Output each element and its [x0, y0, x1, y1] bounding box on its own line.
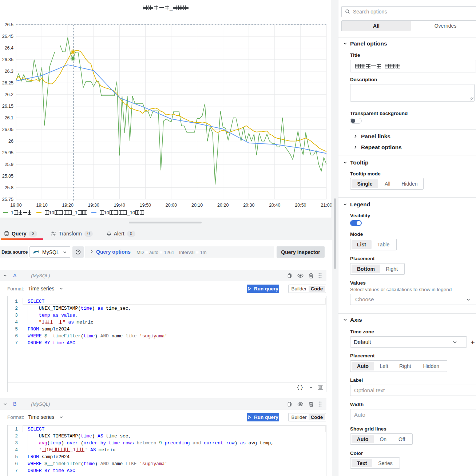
svg-text:26.5: 26.5 [5, 22, 13, 27]
svg-text:26.3: 26.3 [5, 69, 13, 74]
svg-text:26.1: 26.1 [5, 115, 13, 120]
svg-text:26.4: 26.4 [5, 45, 13, 51]
svg-text:19:50: 19:50 [140, 203, 151, 208]
svg-text:20:30: 20:30 [243, 203, 254, 208]
svg-text:20:10: 20:10 [191, 203, 203, 208]
svg-text:19:20: 19:20 [62, 203, 74, 208]
svg-text:26.15: 26.15 [2, 104, 13, 109]
svg-text:25.95: 25.95 [2, 150, 13, 155]
svg-text:21:00: 21:00 [321, 203, 332, 208]
svg-text:19:00: 19:00 [10, 203, 21, 208]
svg-text:26.25: 26.25 [2, 80, 13, 86]
svg-text:26.35: 26.35 [2, 57, 13, 62]
svg-text:25.8: 25.8 [5, 185, 13, 190]
svg-text:26.45: 26.45 [2, 34, 13, 39]
svg-text:19:40: 19:40 [114, 203, 125, 208]
svg-text:20:50: 20:50 [295, 203, 306, 208]
svg-text:20:00: 20:00 [166, 203, 177, 208]
svg-text:25.85: 25.85 [2, 174, 13, 179]
svg-text:26.05: 26.05 [2, 127, 13, 132]
svg-text:26.2: 26.2 [5, 92, 13, 97]
svg-text:20:40: 20:40 [269, 203, 280, 208]
svg-text:19:30: 19:30 [88, 203, 99, 208]
svg-text:20:20: 20:20 [217, 203, 229, 208]
svg-text:25.75: 25.75 [2, 197, 13, 202]
svg-text:25.9: 25.9 [5, 162, 13, 167]
svg-text:19:10: 19:10 [36, 203, 47, 208]
svg-text:26: 26 [8, 139, 13, 144]
